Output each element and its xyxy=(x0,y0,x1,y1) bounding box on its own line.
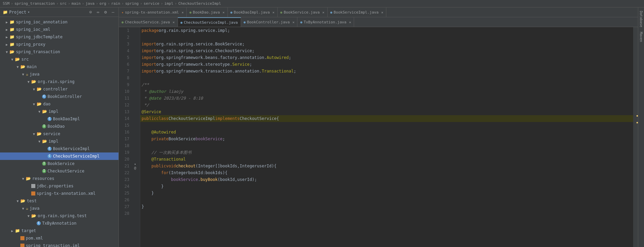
breadcrumb-item[interactable]: spring_transaction xyxy=(15,1,55,6)
tab-close-btn[interactable]: ✕ xyxy=(323,11,325,14)
chevron-down-icon[interactable]: ▾ xyxy=(28,10,30,14)
folder-icon: 📂 xyxy=(15,57,20,62)
tree-item-test-java[interactable]: ▼ ☕ java xyxy=(0,205,118,212)
expand-arrow[interactable]: ▶ xyxy=(10,229,15,233)
tree-item-bookdao[interactable]: I BookDao xyxy=(0,123,118,130)
tab-close-btn[interactable]: ✕ xyxy=(349,20,351,24)
tree-item-resources[interactable]: ▼ 📂 resources xyxy=(0,175,118,182)
tree-item-checkoutservice[interactable]: I CheckoutService xyxy=(0,167,118,175)
interface-tab-icon: ● xyxy=(280,11,282,14)
code-line-16: @Autowired xyxy=(140,129,633,136)
tree-item-bookservice[interactable]: I BookService xyxy=(0,160,118,167)
code-line-8 xyxy=(140,75,633,81)
breadcrumb-sep: › xyxy=(11,1,13,6)
code-content[interactable]: package org.rain.spring.service.impl; im… xyxy=(140,27,633,247)
tree-item-dao-impl[interactable]: ▼ 📂 impl xyxy=(0,108,118,115)
tree-item-java[interactable]: ▼ ☕ java xyxy=(0,70,118,78)
expand-arrow[interactable]: ▼ xyxy=(20,73,26,76)
expand-arrow[interactable]: ▼ xyxy=(37,110,42,114)
expand-arrow[interactable]: ▼ xyxy=(31,87,37,91)
breadcrumb-item[interactable]: java xyxy=(86,1,95,6)
breadcrumb-item[interactable]: main xyxy=(72,1,81,6)
breadcrumb-item[interactable]: service xyxy=(144,1,159,6)
tree-item-bookcontroller[interactable]: C BookController xyxy=(0,93,118,100)
tree-item-iml[interactable]: spring_transaction.iml xyxy=(0,242,118,247)
tree-item-spring-jdbctemplate[interactable]: ▶ 📁 spring_jdbcTemplate xyxy=(0,33,118,41)
class-tab-icon: ● xyxy=(330,11,332,14)
tab-close-btn[interactable]: ✕ xyxy=(273,11,275,14)
tab-checkoutservice[interactable]: ● CheckoutService.java ✕ xyxy=(119,17,178,27)
tab-bookdao[interactable]: ● BookDao.java ✕ xyxy=(187,7,228,17)
tree-item-checkoutserviceimpl[interactable]: C CheckoutServiceImpl xyxy=(0,152,118,160)
expand-arrow[interactable]: ▶ xyxy=(4,20,10,24)
locate-icon[interactable]: ⊙ xyxy=(88,9,93,15)
fold-btn[interactable]: ▾ @ xyxy=(134,163,140,169)
tree-item-org-rain-spring-test[interactable]: ▼ 📂 org.rain.spring.test xyxy=(0,212,118,220)
breadcrumb-item[interactable]: src xyxy=(60,1,67,6)
tree-item-target[interactable]: ▶ 📁 target xyxy=(0,227,118,234)
breadcrumb-item[interactable]: SSM xyxy=(3,1,10,6)
tree-item-service[interactable]: ▼ 📂 service xyxy=(0,130,118,138)
sidebar-label: Project xyxy=(9,10,26,15)
tab-spring-tx-annotation[interactable]: ✦ spring-tx-annotation.xml ✕ xyxy=(119,7,187,17)
project-icon: 📁 xyxy=(3,10,8,15)
expand-arrow[interactable]: ▼ xyxy=(10,58,15,61)
expand-arrow[interactable]: ▼ xyxy=(20,207,26,210)
code-editor[interactable]: 1 2 3 4 5 6 7 8 9 10 11 12 13 14 15 16 1… xyxy=(119,27,638,247)
expand-arrow[interactable]: ▼ xyxy=(37,140,42,143)
settings-icon[interactable]: ⚙ xyxy=(103,9,108,15)
tree-item-main[interactable]: ▼ 📂 main xyxy=(0,63,118,70)
tab-close-btn[interactable]: ✕ xyxy=(223,11,225,14)
tree-item-spring-transaction[interactable]: ▼ 📂 spring_transaction xyxy=(0,48,118,56)
tree-item-org-rain-spring[interactable]: ▼ 📂 org.rain.spring xyxy=(0,78,118,85)
tab-bookdaoimpl[interactable]: ● BookDaoImpl.java ✕ xyxy=(228,7,278,17)
breadcrumb-item[interactable]: spring xyxy=(125,1,139,6)
expand-arrow[interactable]: ▼ xyxy=(26,80,31,84)
tree-item-label: spring_transaction.iml xyxy=(26,243,80,247)
breadcrumb-sep: › xyxy=(122,1,124,6)
tree-item-txbyannotation[interactable]: C TxByAnnotation xyxy=(0,220,118,227)
tree-item-dao[interactable]: ▼ 📂 dao xyxy=(0,100,118,108)
database-panel-label[interactable]: Database xyxy=(639,9,644,29)
tab-close-btn[interactable]: ✕ xyxy=(182,11,184,14)
expand-arrow[interactable]: ▼ xyxy=(15,199,20,203)
breadcrumb-item[interactable]: org xyxy=(99,1,106,6)
expand-arrow[interactable]: ▼ xyxy=(31,132,37,136)
breadcrumb-item[interactable]: rain xyxy=(111,1,121,6)
tree-item-jdbc-properties[interactable]: jdbc.properties xyxy=(0,182,118,190)
breadcrumb-item[interactable]: CheckoutServiceImpl xyxy=(178,1,221,6)
tree-item-src[interactable]: ▼ 📂 src xyxy=(0,56,118,63)
tree-item-service-impl[interactable]: ▼ 📂 impl xyxy=(0,138,118,145)
tree-item-bookdaoimpl[interactable]: C BookDaoImpl xyxy=(0,115,118,123)
expand-arrow[interactable]: ▶ xyxy=(4,43,10,46)
line-num: 26 xyxy=(119,197,131,203)
expand-arrow[interactable]: ▼ xyxy=(4,50,10,54)
expand-arrow[interactable]: ▼ xyxy=(20,177,26,181)
maven-panel-label[interactable]: Maven xyxy=(639,30,644,44)
tab-bookservice[interactable]: ● BookService.java ✕ xyxy=(278,7,328,17)
tab-close-btn[interactable]: ✕ xyxy=(172,20,174,24)
expand-arrow[interactable]: ▼ xyxy=(15,65,20,69)
tab-checkoutserviceimpl[interactable]: ● CheckoutServiceImpl.java xyxy=(178,17,241,27)
tree-item-spring-ioc-xml[interactable]: ▶ 📁 spring_ioc_xml xyxy=(0,26,118,33)
tab-txbyannotation[interactable]: ● TxByAnnotation.java ✕ xyxy=(297,17,354,27)
tab-close-btn[interactable]: ✕ xyxy=(381,11,383,14)
tree-item-spring-proxy[interactable]: ▶ 📁 spring_proxy xyxy=(0,41,118,48)
tree-item-controller[interactable]: ▼ 📂 controller xyxy=(0,85,118,93)
expand-arrow[interactable]: ▶ xyxy=(4,35,10,39)
expand-arrow[interactable]: ▼ xyxy=(31,102,37,106)
folder-icon: 📂 xyxy=(20,199,25,203)
tab-bookserviceimpl[interactable]: ● BookServiceImpl.java ✕ xyxy=(328,7,387,17)
tree-item-pom[interactable]: pom.xml xyxy=(0,234,118,242)
hide-icon[interactable]: — xyxy=(110,9,116,15)
tree-item-spring-tx-xml[interactable]: spring-tx-annotation.xml xyxy=(0,190,118,197)
breadcrumb-item[interactable]: impl xyxy=(164,1,173,6)
tab-bookcontroller[interactable]: ● BookController.java ✕ xyxy=(241,17,298,27)
tree-item-spring-ioc-annotation[interactable]: ▶ 📁 spring_ioc_annotation xyxy=(0,18,118,26)
expand-arrow[interactable]: ▼ xyxy=(26,214,31,218)
tab-close-btn[interactable]: ✕ xyxy=(292,20,294,24)
tree-item-bookserviceimpl[interactable]: C BookServiceImpl xyxy=(0,145,118,152)
expand-arrow[interactable]: ▶ xyxy=(4,28,10,32)
expand-icon[interactable]: ⇔ xyxy=(95,9,101,15)
tree-item-test[interactable]: ▼ 📂 test xyxy=(0,197,118,205)
